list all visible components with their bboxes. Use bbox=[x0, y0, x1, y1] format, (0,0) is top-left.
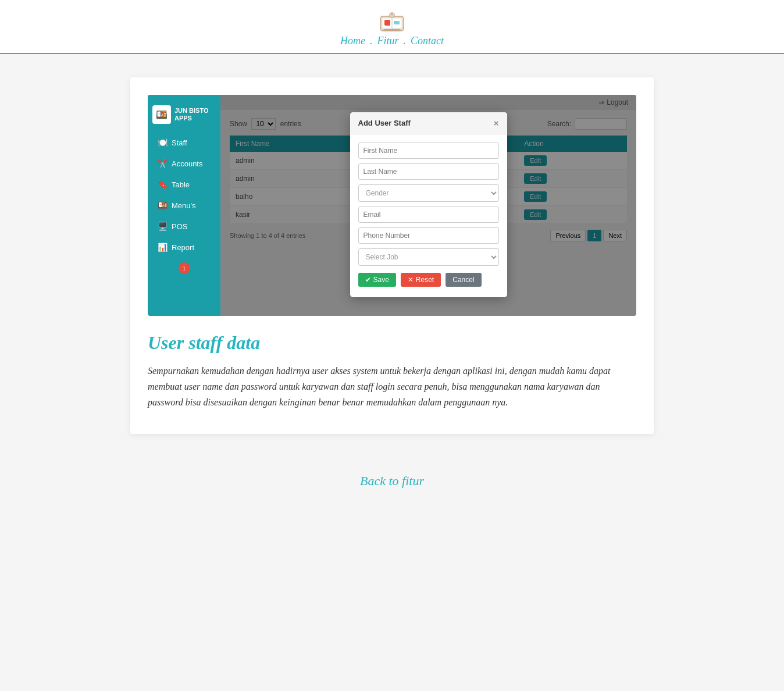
sidebar-item-report[interactable]: 📊 Report bbox=[150, 237, 218, 257]
app-sidebar: 🍱 JUN BISTO APPS 🍽️ Staff ✂️ Accounts 🔖 bbox=[148, 95, 220, 316]
nav-sep1: . bbox=[370, 35, 373, 47]
last-name-input[interactable] bbox=[358, 163, 499, 180]
back-to-fitur-link[interactable]: Back to fitur bbox=[360, 473, 424, 488]
modal-close-button[interactable]: × bbox=[494, 118, 499, 128]
modal-body: Gender Male Female Select Job Manager Ka… bbox=[350, 134, 507, 297]
sidebar-badge: 1 bbox=[179, 262, 190, 274]
sidebar-item-label: Table bbox=[172, 180, 190, 189]
svg-rect-2 bbox=[384, 20, 390, 26]
email-input[interactable] bbox=[358, 206, 499, 223]
sidebar-item-accounts[interactable]: ✂️ Accounts bbox=[150, 154, 218, 173]
nav-fitur[interactable]: Fitur bbox=[377, 35, 398, 47]
logo-icon bbox=[377, 10, 407, 35]
sidebar-brand-icon: 🍱 bbox=[152, 105, 171, 124]
nav-contact[interactable]: Contact bbox=[411, 35, 444, 47]
phone-input[interactable] bbox=[358, 227, 499, 244]
gender-select[interactable]: Gender Male Female bbox=[358, 184, 499, 202]
table-icon: 🔖 bbox=[157, 180, 168, 189]
svg-rect-4 bbox=[394, 21, 400, 24]
first-name-input[interactable] bbox=[358, 143, 499, 159]
svg-rect-5 bbox=[383, 29, 401, 31]
sidebar-item-table[interactable]: 🔖 Table bbox=[150, 174, 218, 194]
reset-button[interactable]: ✕ Reset bbox=[401, 273, 441, 287]
sidebar-item-pos[interactable]: 🖥️ POS bbox=[150, 216, 218, 236]
nav-sep2: . bbox=[404, 35, 407, 47]
section-title: User staff data bbox=[148, 332, 636, 354]
footer: Back to fitur bbox=[0, 457, 784, 500]
sidebar-item-label: Menu's bbox=[172, 201, 196, 210]
add-user-modal: Add User Staff × Gender Male Female bbox=[350, 112, 507, 297]
modal-overlay: Add User Staff × Gender Male Female bbox=[220, 95, 636, 316]
save-label: Save bbox=[373, 276, 389, 284]
save-button[interactable]: ✔ Save bbox=[358, 273, 396, 287]
sidebar-brand-text: JUN BISTO APPS bbox=[174, 107, 208, 122]
menus-icon: 🍱 bbox=[157, 201, 168, 210]
modal-actions: ✔ Save ✕ Reset Cancel bbox=[358, 270, 499, 289]
sidebar-item-staff[interactable]: 🍽️ Staff bbox=[150, 133, 218, 152]
sidebar-item-label: Accounts bbox=[172, 159, 202, 168]
modal-title: Add User Staff bbox=[358, 119, 411, 127]
x-icon: ✕ bbox=[408, 276, 414, 284]
app-inner: 🍱 JUN BISTO APPS 🍽️ Staff ✂️ Accounts 🔖 bbox=[148, 95, 636, 316]
main-card: 🍱 JUN BISTO APPS 🍽️ Staff ✂️ Accounts 🔖 bbox=[130, 77, 654, 434]
check-icon: ✔ bbox=[365, 276, 371, 284]
cancel-button[interactable]: Cancel bbox=[446, 273, 481, 287]
header-nav: Home . Fitur . Contact bbox=[340, 35, 444, 53]
nav-home[interactable]: Home bbox=[340, 35, 365, 47]
modal-header: Add User Staff × bbox=[350, 112, 507, 134]
section-description: Sempurnakan kemudahan dengan hadirnya us… bbox=[148, 363, 636, 411]
sidebar-item-menus[interactable]: 🍱 Menu's bbox=[150, 195, 218, 215]
staff-icon: 🍽️ bbox=[157, 138, 168, 147]
reset-label: Reset bbox=[416, 276, 434, 284]
header: Home . Fitur . Contact bbox=[0, 0, 784, 54]
app-screenshot: 🍱 JUN BISTO APPS 🍽️ Staff ✂️ Accounts 🔖 bbox=[148, 95, 636, 316]
sidebar-brand: 🍱 JUN BISTO APPS bbox=[148, 101, 220, 132]
pos-icon: 🖥️ bbox=[157, 222, 168, 231]
accounts-icon: ✂️ bbox=[157, 159, 168, 168]
report-icon: 📊 bbox=[157, 243, 168, 252]
job-select[interactable]: Select Job Manager Kasir bbox=[358, 248, 499, 266]
app-main: ⇒ Logout Show 10 25 entries bbox=[220, 95, 636, 316]
sidebar-item-label: POS bbox=[172, 222, 187, 231]
cancel-label: Cancel bbox=[452, 276, 474, 284]
sidebar-item-label: Report bbox=[172, 243, 194, 252]
sidebar-item-label: Staff bbox=[172, 138, 187, 147]
